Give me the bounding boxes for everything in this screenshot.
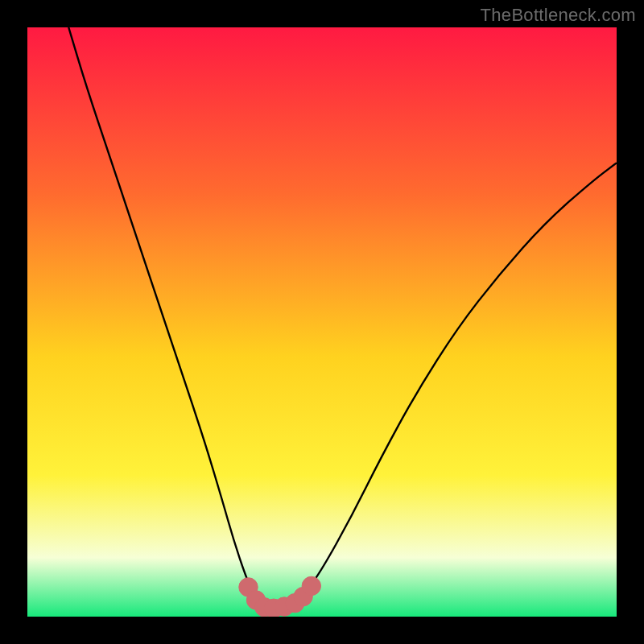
gradient-background (27, 27, 617, 617)
plot-area (27, 27, 617, 617)
valley-marker (302, 576, 320, 595)
bottleneck-chart (27, 27, 617, 617)
watermark-text: TheBottleneck.com (481, 5, 636, 26)
chart-frame: TheBottleneck.com (0, 0, 644, 644)
